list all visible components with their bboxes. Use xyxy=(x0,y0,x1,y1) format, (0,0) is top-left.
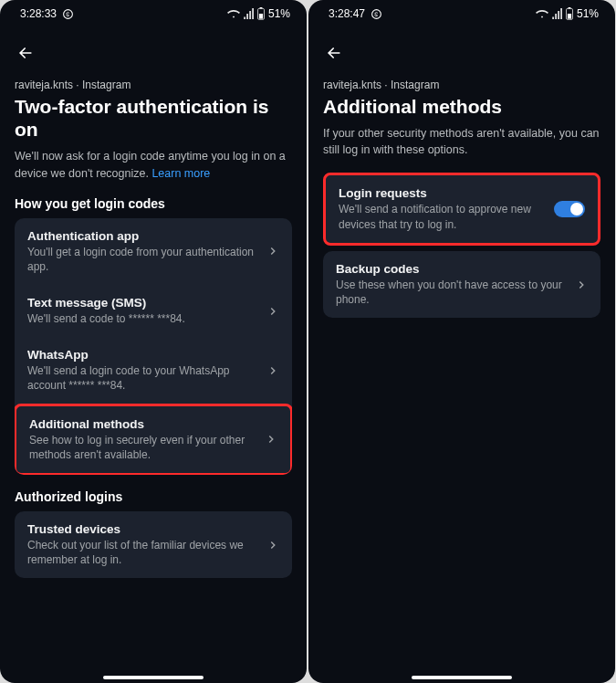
statusbar: 3:28:33 51% xyxy=(0,0,307,26)
chevron-right-icon xyxy=(266,245,279,257)
item-authentication-app[interactable]: Authentication app You'll get a login co… xyxy=(15,218,292,285)
item-desc: Check out your list of the familiar devi… xyxy=(27,538,257,567)
item-title: Additional methods xyxy=(29,417,256,431)
battery-percent: 51% xyxy=(268,7,290,20)
learn-more-link[interactable]: Learn more xyxy=(151,167,210,180)
battery-icon xyxy=(256,7,266,20)
authorized-logins-card: Trusted devices Check out your list of t… xyxy=(15,511,292,578)
svg-point-0 xyxy=(64,9,73,18)
wifi-icon xyxy=(536,8,548,19)
chevron-right-icon xyxy=(266,364,279,377)
wifi-icon xyxy=(227,8,240,19)
login-requests-toggle[interactable] xyxy=(554,201,585,217)
phone-left: 3:28:33 51% raviteja.knts · Instagram T xyxy=(0,0,307,683)
back-button[interactable] xyxy=(15,42,37,64)
item-title: Text message (SMS) xyxy=(27,296,257,310)
item-desc: We'll send a login code to your WhatsApp… xyxy=(27,363,257,393)
item-desc: We'll send a code to ****** ***84. xyxy=(27,311,257,326)
whatsapp-icon xyxy=(371,8,382,20)
chevron-right-icon xyxy=(575,278,588,291)
item-text-message[interactable]: Text message (SMS) We'll send a code to … xyxy=(15,285,292,337)
phone-right: 3:28:47 51% raviteja.knts · Instagram A xyxy=(308,0,615,683)
item-title: Backup codes xyxy=(336,262,566,276)
statusbar: 3:28:47 51% xyxy=(308,0,615,26)
item-additional-methods[interactable]: Additional methods See how to log in sec… xyxy=(15,404,292,475)
item-title: Authentication app xyxy=(27,229,257,243)
nav-pill[interactable] xyxy=(412,676,512,679)
battery-icon xyxy=(565,7,574,20)
section-header-login-codes: How you get login codes xyxy=(15,196,292,211)
signal-icon xyxy=(243,8,254,19)
item-whatsapp[interactable]: WhatsApp We'll send a login code to your… xyxy=(15,337,292,404)
chevron-right-icon xyxy=(266,539,279,552)
status-time: 3:28:47 xyxy=(329,7,365,20)
item-title: Trusted devices xyxy=(27,522,257,536)
breadcrumb: raviteja.knts · Instagram xyxy=(323,79,600,91)
whatsapp-icon xyxy=(62,8,74,20)
screen-content-left: raviteja.knts · Instagram Two-factor aut… xyxy=(0,26,307,578)
backup-codes-card: Backup codes Use these when you don't ha… xyxy=(323,251,600,318)
item-trusted-devices[interactable]: Trusted devices Check out your list of t… xyxy=(15,511,292,578)
svg-point-4 xyxy=(372,9,381,18)
signal-icon xyxy=(551,8,562,19)
page-title: Additional methods xyxy=(323,95,600,118)
breadcrumb: raviteja.knts · Instagram xyxy=(15,79,292,91)
svg-rect-7 xyxy=(569,7,571,8)
login-codes-card: Authentication app You'll get a login co… xyxy=(15,218,292,475)
svg-rect-2 xyxy=(259,14,263,19)
item-desc: See how to log in securely even if your … xyxy=(29,433,256,462)
item-backup-codes[interactable]: Backup codes Use these when you don't ha… xyxy=(323,251,600,318)
svg-rect-3 xyxy=(260,7,263,8)
item-desc: Use these when you don't have access to … xyxy=(336,278,566,307)
status-time: 3:28:33 xyxy=(20,7,57,20)
chevron-right-icon xyxy=(266,305,279,318)
item-desc: You'll get a login code from your authen… xyxy=(27,245,257,274)
item-title: WhatsApp xyxy=(27,348,257,362)
battery-percent: 51% xyxy=(577,7,599,20)
chevron-right-icon xyxy=(265,433,277,446)
item-title: Login requests xyxy=(339,186,545,200)
page-title: Two-factor authentication is on xyxy=(15,95,292,141)
section-header-authorized-logins: Authorized logins xyxy=(15,489,292,504)
page-subtitle: We'll now ask for a login code anytime y… xyxy=(15,148,292,181)
page-subtitle: If your other security methods aren't av… xyxy=(323,125,600,158)
item-desc: We'll send a notification to approve new… xyxy=(339,202,545,231)
svg-rect-6 xyxy=(568,14,571,19)
back-button[interactable] xyxy=(323,42,345,64)
nav-pill[interactable] xyxy=(103,676,204,679)
login-requests-card: Login requests We'll send a notification… xyxy=(323,173,600,245)
screen-content-right: raviteja.knts · Instagram Additional met… xyxy=(308,26,615,318)
item-login-requests[interactable]: Login requests We'll send a notification… xyxy=(326,175,598,242)
